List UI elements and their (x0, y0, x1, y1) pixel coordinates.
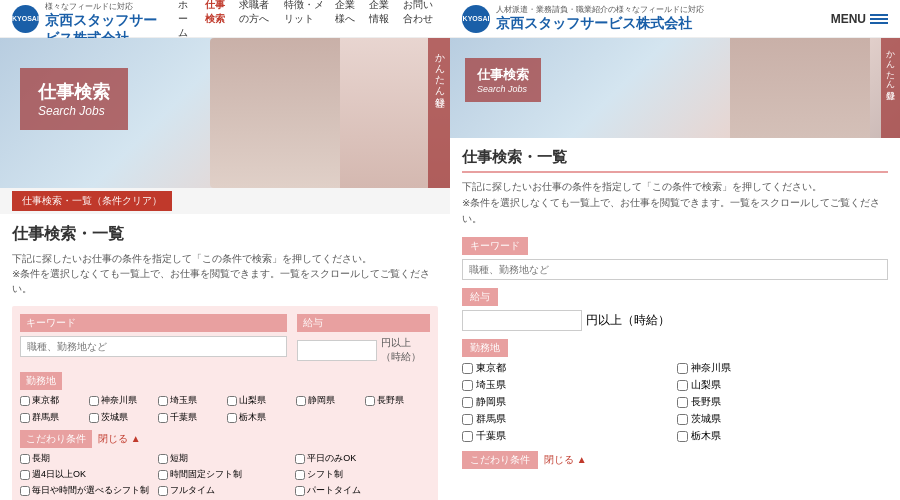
left-search-content: 仕事検索・一覧 下記に探したいお仕事の条件を指定して「この条件で検索」を押してく… (0, 214, 450, 500)
kodawari-fixed-shift[interactable]: 時間固定シフト制 (158, 468, 293, 481)
right-keyword-group: キーワード (462, 237, 888, 280)
left-keyword-label: キーワード (20, 314, 287, 332)
pref-shizuoka[interactable]: 静岡県 (296, 394, 361, 407)
pref-nagano[interactable]: 長野県 (365, 394, 430, 407)
left-section-desc: 下記に探したいお仕事の条件を指定して「この条件で検索」を押してください。 ※条件… (12, 251, 438, 296)
left-pref-grid: 東京都 神奈川県 埼玉県 山梨県 静岡県 長野県 群馬県 茨城県 千葉県 栃木県 (20, 394, 430, 424)
right-header: KYOSAI 人材派遣・業務請負・職業紹介の様々なフィールドに対応 京西スタッフ… (450, 0, 900, 38)
nav-company[interactable]: 企業様へ (335, 0, 359, 40)
left-salary-label: 給与 (297, 314, 430, 332)
left-kodawari-toggle[interactable]: 閉じる ▲ (98, 432, 141, 446)
left-kodawari-header: こだわり条件 閉じる ▲ (20, 430, 430, 448)
right-salary-input[interactable] (462, 310, 582, 331)
right-salary-group: 給与 円以上（時給） (462, 288, 888, 331)
left-form-top-row: キーワード 給与 円以上（時給） (20, 314, 430, 364)
left-keyword-input[interactable] (20, 336, 287, 357)
left-salary-row: 円以上（時給） (297, 336, 430, 364)
right-desc: 下記に探したいお仕事の条件を指定して「この条件で検索」を押してください。 ※条件… (462, 179, 888, 227)
right-pref-ibaraki[interactable]: 茨城県 (677, 412, 889, 426)
pref-kanagawa[interactable]: 神奈川県 (89, 394, 154, 407)
right-panel: KYOSAI 人材派遣・業務請負・職業紹介の様々なフィールドに対応 京西スタッフ… (450, 0, 900, 500)
left-salary-suffix: 円以上（時給） (381, 336, 430, 364)
right-pref-saitama[interactable]: 埼玉県 (462, 378, 674, 392)
left-kodawari-grid: 長期 短期 平日のみOK 週4日以上OK 時間固定シフト制 シフト制 毎日や時間… (20, 452, 430, 500)
left-hero: 仕事検索 Search Jobs かんたん登録 (0, 38, 450, 188)
pref-yamanashi[interactable]: 山梨県 (227, 394, 292, 407)
right-hero: 仕事検索 Search Jobs かんたん登録 (450, 38, 900, 138)
right-tagline: 人材派遣・業務請負・職業紹介の様々なフィールドに対応 (496, 4, 704, 15)
pref-saitama[interactable]: 埼玉県 (158, 394, 223, 407)
right-company-info: 人材派遣・業務請負・職業紹介の様々なフィールドに対応 京西スタッフサービス株式会… (496, 4, 704, 33)
left-header: KYOSAI 人材派遣・業務請負・職業紹介の様々なフィールドに対応 京西スタッフ… (0, 0, 450, 38)
left-search-form: キーワード 給与 円以上（時給） 勤務地 東京都 神奈川県 埼玉県 (12, 306, 438, 500)
right-hero-overlay: 仕事検索 Search Jobs (465, 58, 541, 102)
left-salary-input[interactable] (297, 340, 377, 361)
left-nav: ホーム 仕事検索 求職者の方へ 特徴・メリット 企業様へ 企業情報 お問い合わせ (178, 0, 438, 40)
right-hero-side-label: かんたん登録 (881, 38, 900, 138)
right-salary-row: 円以上（時給） (462, 310, 888, 331)
hamburger-icon (870, 14, 888, 24)
right-pref-tochigi[interactable]: 栃木県 (677, 429, 889, 443)
right-pref-kanagawa[interactable]: 神奈川県 (677, 361, 889, 375)
right-kodawari-toggle[interactable]: 閉じる ▲ (544, 453, 587, 467)
right-pref-tokyo[interactable]: 東京都 (462, 361, 674, 375)
right-logo-area: KYOSAI 人材派遣・業務請負・職業紹介の様々なフィールドに対応 京西スタッフ… (462, 4, 704, 33)
kodawari-fulltime[interactable]: フルタイム (158, 484, 293, 497)
menu-button[interactable]: MENU (831, 12, 888, 26)
left-salary-group: 給与 円以上（時給） (297, 314, 430, 364)
left-kodawari-section: こだわり条件 閉じる ▲ 長期 短期 平日のみOK 週4日以上OK 時間固定シフ… (20, 430, 430, 500)
left-logo-icon: KYOSAI (12, 5, 39, 33)
pref-chiba[interactable]: 千葉県 (158, 411, 223, 424)
nav-about[interactable]: 企業情報 (369, 0, 393, 40)
left-hero-overlay: 仕事検索 Search Jobs (20, 68, 128, 130)
right-pref-nagano[interactable]: 長野県 (677, 395, 889, 409)
right-pref-shizuoka[interactable]: 静岡県 (462, 395, 674, 409)
right-logo-icon: KYOSAI (462, 5, 490, 33)
right-content: 仕事検索・一覧 下記に探したいお仕事の条件を指定して「この条件で検索」を押してく… (450, 138, 900, 500)
pref-gunma[interactable]: 群馬県 (20, 411, 85, 424)
right-keyword-label: キーワード (462, 237, 528, 255)
right-hero-person (730, 38, 870, 138)
right-pref-yamanashi[interactable]: 山梨県 (677, 378, 889, 392)
right-salary-label: 給与 (462, 288, 498, 306)
breadcrumb-button[interactable]: 仕事検索・一覧（条件クリア） (12, 191, 172, 211)
right-kodawari-section: こだわり条件 閉じる ▲ (462, 451, 888, 469)
left-panel: KYOSAI 人材派遣・業務請負・職業紹介の様々なフィールドに対応 京西スタッフ… (0, 0, 450, 500)
nav-job-search[interactable]: 仕事検索 (205, 0, 229, 40)
left-hero-title-en: Search Jobs (38, 104, 110, 118)
nav-features[interactable]: 特徴・メリット (284, 0, 325, 40)
pref-tokyo[interactable]: 東京都 (20, 394, 85, 407)
left-kodawari-label: こだわり条件 (20, 430, 92, 448)
right-pref-chiba[interactable]: 千葉県 (462, 429, 674, 443)
right-keyword-input[interactable] (462, 259, 888, 280)
kodawari-chouki[interactable]: 長期 (20, 452, 155, 465)
left-tagline: 人材派遣・業務請負・職業紹介の様々なフィールドに対応 (45, 0, 170, 12)
kodawari-tanki[interactable]: 短期 (158, 452, 293, 465)
right-workplacelabel: 勤務地 (462, 339, 508, 357)
left-hero-title-ja: 仕事検索 (38, 80, 110, 104)
nav-contact[interactable]: お問い合わせ (403, 0, 438, 40)
nav-home[interactable]: ホーム (178, 0, 196, 40)
pref-tochigi[interactable]: 栃木県 (227, 411, 292, 424)
kodawari-shift[interactable]: シフト制 (295, 468, 430, 481)
left-section-title: 仕事検索・一覧 (12, 224, 438, 245)
kodawari-free-shift[interactable]: 毎日や時間が選べるシフト制 (20, 484, 155, 497)
kodawari-heijitsu[interactable]: 平日のみOK (295, 452, 430, 465)
kodawari-week4[interactable]: 週4日以上OK (20, 468, 155, 481)
left-pref-section: 勤務地 東京都 神奈川県 埼玉県 山梨県 静岡県 長野県 群馬県 茨城県 千葉県… (20, 372, 430, 424)
left-workplace-label: 勤務地 (20, 372, 62, 390)
right-company-name: 京西スタッフサービス株式会社 (496, 15, 704, 33)
pref-ibaraki[interactable]: 茨城県 (89, 411, 154, 424)
right-workplace-group: 勤務地 東京都 神奈川県 埼玉県 山梨県 静岡県 長野県 群馬県 茨城県 千葉県… (462, 339, 888, 443)
right-pref-gunma[interactable]: 群馬県 (462, 412, 674, 426)
right-kodawari-label: こだわり条件 (462, 451, 538, 469)
right-hero-title-ja: 仕事検索 (477, 66, 529, 84)
right-pref-grid: 東京都 神奈川県 埼玉県 山梨県 静岡県 長野県 群馬県 茨城県 千葉県 栃木県 (462, 361, 888, 443)
right-salary-suffix: 円以上（時給） (586, 312, 670, 329)
nav-jobseeker[interactable]: 求職者の方へ (239, 0, 274, 40)
right-section-title: 仕事検索・一覧 (462, 148, 888, 173)
left-hero-side-label: かんたん登録 (428, 38, 450, 188)
kodawari-parttime[interactable]: パートタイム (295, 484, 430, 497)
left-keyword-group: キーワード (20, 314, 287, 364)
right-hero-title-en: Search Jobs (477, 84, 529, 94)
